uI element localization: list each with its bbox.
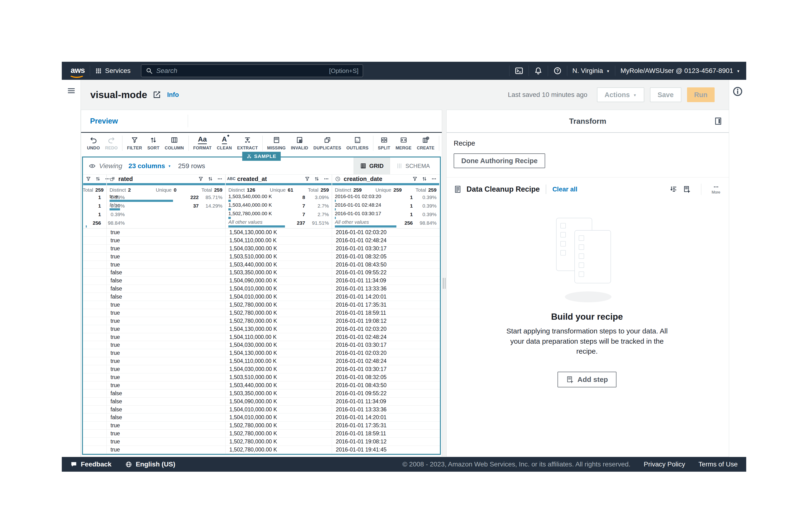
table-cell[interactable]: 2016-01-01 02:03:20 [332,325,439,333]
table-cell[interactable]: 1,504,090,000.00 K [225,277,332,285]
table-cell[interactable]: 2016-01-01 13:33:36 [332,406,439,414]
language-selector[interactable]: English (US) [125,460,175,468]
table-cell[interactable]: 2016-01-01 03:30:17 [332,245,439,252]
region-selector[interactable]: N. Virginia ▼ [572,67,610,75]
table-cell[interactable]: 2016-01-01 08:43:50 [332,261,439,269]
column-filter-button[interactable] [86,176,91,182]
table-cell[interactable] [83,245,107,252]
toolbar-clean-button[interactable]: ACLEAN [214,136,235,151]
table-cell[interactable]: 1,503,350,000.00 K [225,269,332,277]
stat-value-row[interactable]: false3714.29% [110,202,222,211]
save-button[interactable]: Save [650,88,681,102]
table-cell[interactable]: false [107,390,225,397]
stat-value-row[interactable]: true22285.71% [110,194,222,202]
collapse-panel-button[interactable] [714,116,723,126]
table-cell[interactable]: true [107,228,225,236]
table-cell[interactable]: 2016-01-01 18:59:11 [332,430,439,437]
privacy-policy-link[interactable]: Privacy Policy [644,460,685,468]
stat-value-row[interactable]: 10.39% [86,211,104,220]
table-cell[interactable]: false [107,293,225,301]
global-search[interactable]: [Option+S] [141,64,363,77]
table-cell[interactable] [83,341,107,349]
table-cell[interactable]: 2016-01-01 08:32:05 [332,253,439,261]
table-cell[interactable] [83,414,107,421]
table-cell[interactable]: 1,504,010,000.00 K [225,293,332,301]
table-cell[interactable]: false [107,277,225,285]
table-cell[interactable] [83,365,107,373]
table-cell[interactable] [83,390,107,397]
edit-title-button[interactable] [152,90,161,99]
table-cell[interactable]: 2016-01-01 09:55:22 [332,390,439,397]
run-button[interactable]: Run [687,88,715,102]
stat-value-row[interactable]: All other values23791.51% [228,220,329,228]
table-cell[interactable]: true [107,381,225,389]
columns-selector[interactable]: 23 columns ▼ [129,162,171,170]
table-cell[interactable]: 2016-01-01 11:34:09 [332,277,439,285]
table-cell[interactable] [83,253,107,261]
table-cell[interactable]: true [107,325,225,333]
stat-value-row[interactable]: All other values25698.84% [335,220,437,228]
table-cell[interactable]: true [107,301,225,309]
table-cell[interactable]: 2016-01-01 03:30:17 [332,365,439,373]
table-cell[interactable] [83,285,107,292]
table-cell[interactable]: 2016-01-01 18:59:11 [332,309,439,317]
grid-view-button[interactable]: GRID [354,157,390,174]
table-cell[interactable]: 1,504,030,000.00 K [225,365,332,373]
table-cell[interactable]: true [107,309,225,317]
table-cell[interactable]: true [107,349,225,357]
table-cell[interactable] [83,228,107,236]
table-cell[interactable]: false [107,398,225,405]
toolbar-split-button[interactable]: SPLIT [375,136,393,151]
table-cell[interactable]: 1,503,510,000.00 K [225,253,332,261]
table-cell[interactable]: 2016-01-01 02:48:24 [332,236,439,244]
table-cell[interactable]: true [107,357,225,365]
table-cell[interactable]: 1,504,030,000.00 K [225,341,332,349]
table-cell[interactable]: 2016-01-01 17:35:31 [332,421,439,430]
column-menu-button[interactable] [431,176,437,182]
table-cell[interactable] [83,277,107,285]
table-cell[interactable] [83,293,107,301]
table-cell[interactable]: 2016-01-01 19:08:12 [332,317,439,325]
table-cell[interactable]: true [107,253,225,261]
toolbar-missing-button[interactable]: MISSING [264,136,288,151]
table-cell[interactable]: 1,503,440,000.00 K [225,381,332,389]
toolbar-invalid-button[interactable]: INVALID [288,136,311,151]
table-cell[interactable]: 1,504,030,000.00 K [225,245,332,252]
table-cell[interactable]: 1,504,110,000.00 K [225,357,332,365]
table-cell[interactable] [83,269,107,277]
stat-value-row[interactable]: 10.39% [86,202,104,211]
table-cell[interactable]: 1,504,130,000.00 K [225,325,332,333]
table-cell[interactable]: false [107,269,225,277]
table-cell[interactable]: true [107,341,225,349]
table-cell[interactable] [83,317,107,325]
stat-value-row[interactable]: 1,503,440,000.00 K72.7% [228,202,329,211]
search-input[interactable] [156,67,326,75]
table-cell[interactable]: 2016-01-01 08:32:05 [332,373,439,381]
stat-value-row[interactable]: 1,502,780,000.00 K72.7% [228,211,329,220]
schema-view-button[interactable]: SCHEMA [390,157,440,174]
table-cell[interactable] [83,261,107,269]
toolbar-functions-button[interactable]: ΣFUNCTIONS [441,136,442,151]
table-cell[interactable]: true [107,317,225,325]
table-cell[interactable]: 1,504,010,000.00 K [225,285,332,292]
menu-button[interactable] [66,87,76,96]
table-cell[interactable]: 2016-01-01 19:08:12 [332,438,439,445]
table-cell[interactable]: true [107,261,225,269]
toolbar-sort-button[interactable]: SORT [145,136,162,151]
table-cell[interactable]: 1,504,110,000.00 K [225,333,332,341]
done-authoring-recipe-button[interactable]: Done Authoring Recipe [454,153,545,168]
table-cell[interactable]: 1,502,780,000.00 K [225,301,332,309]
table-cell[interactable]: 2016-01-01 02:03:20 [332,349,439,357]
table-cell[interactable] [83,349,107,357]
table-cell[interactable]: 2016-01-01 13:33:36 [332,285,439,292]
table-cell[interactable] [83,446,107,454]
table-cell[interactable] [83,381,107,389]
column-filter-button[interactable] [412,176,418,182]
table-cell[interactable]: 1,504,010,000.00 K [225,414,332,421]
panel-resizer[interactable] [442,110,446,457]
toolbar-merge-button[interactable]: MERGE [393,136,414,151]
table-cell[interactable]: true [107,430,225,437]
table-cell[interactable]: true [107,421,225,430]
table-cell[interactable]: 1,503,440,000.00 K [225,261,332,269]
table-cell[interactable]: 1,504,010,000.00 K [225,406,332,414]
